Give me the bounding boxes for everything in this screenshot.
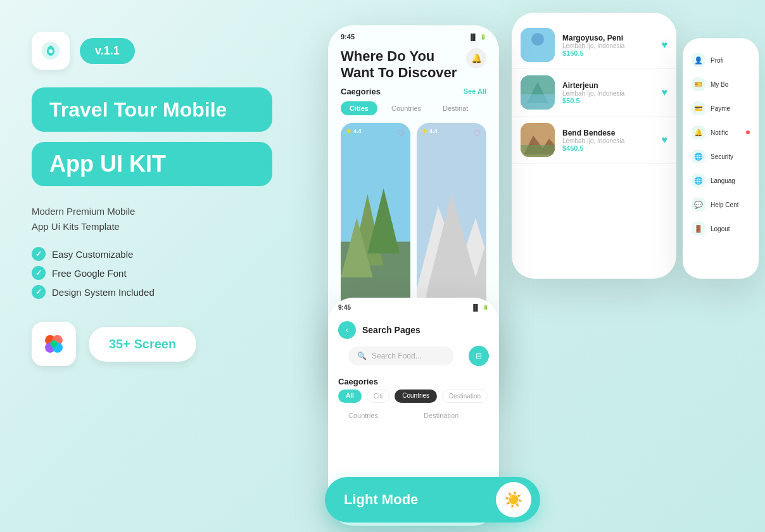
categories-row: Caegories See All	[328, 84, 499, 99]
card-2-rating: ★ 4.4	[422, 128, 438, 135]
dest-price-1: $150.5	[562, 49, 654, 57]
sidebar-item-security[interactable]: 🌐 Security	[683, 144, 759, 168]
search-time: 9:45	[338, 304, 351, 311]
card-2-heart[interactable]: ♡	[473, 128, 481, 138]
dest-name-3: Bend Bendese	[562, 129, 654, 137]
dest-item-1[interactable]: Margoyuso, Peni Lembah Ijo, Indonesia $1…	[512, 22, 676, 69]
sidebar-item-profile[interactable]: 👤 Profi	[683, 48, 759, 72]
bottom-row: 35+ Screen	[32, 322, 272, 366]
main-statusbar: 9:45 ▐▌ 🔋	[328, 25, 499, 43]
sidebar-label-notification: Notific	[711, 129, 728, 136]
notification-menu-icon: 🔔	[692, 125, 705, 139]
sidebar-item-language[interactable]: 🌐 Languag	[683, 168, 759, 193]
dest-loc-3: Lembah Ijo, Indonesia	[562, 137, 654, 144]
svg-point-6	[50, 341, 58, 348]
sidebar-label-logout: Logout	[711, 225, 730, 232]
sidebar-item-logout[interactable]: 🚪 Logout	[683, 217, 759, 241]
booking-icon: 🎫	[692, 77, 705, 91]
dest-item-2[interactable]: Airterjeun Lembah Ijo, Indonesia $50.5 ♥	[512, 69, 676, 117]
svg-rect-21	[521, 94, 555, 110]
features-list: Easy Customizable Free Google Font Desig…	[32, 247, 272, 299]
sidebar-item-notification[interactable]: 🔔 Notific	[683, 120, 759, 144]
card-1-heart[interactable]: ♡	[397, 128, 405, 138]
search-placeholder: Search Food...	[372, 352, 422, 360]
sidebar-menu: 👤 Profi 🎫 My Bo 💳 Payme 🔔 Notific 🌐 Secu…	[683, 38, 759, 279]
destination-label: Destination	[414, 412, 469, 419]
sidebar-item-payment[interactable]: 💳 Payme	[683, 96, 759, 120]
left-panel: v.1.1 Travel Tour Mobile App UI KIT Mode…	[32, 32, 272, 366]
search-tab-cities[interactable]: Citi	[367, 390, 389, 403]
sidebar-item-booking[interactable]: 🎫 My Bo	[683, 72, 759, 96]
dest-info-2: Airterjeun Lembah Ijo, Indonesia $50.5	[562, 81, 654, 104]
main-heading-2: Want To Discover	[341, 65, 457, 81]
light-mode-toggle[interactable]: ☀️	[496, 482, 531, 517]
dest-loc-1: Lembah Ijo, Indonesia	[562, 42, 654, 49]
search-category-tabs: All Citi Countries Destination	[328, 390, 499, 408]
version-badge: v.1.1	[80, 38, 135, 64]
phone-main-header: Where Do You Want To Discover 🔔	[328, 43, 499, 84]
check-icon-2	[32, 266, 46, 280]
search-tab-all[interactable]: All	[338, 390, 362, 403]
category-tabs: Cities Countries Destinat	[328, 99, 499, 118]
main-time: 9:45	[341, 33, 355, 41]
sidebar-item-help[interactable]: 💬 Help Cent	[683, 193, 759, 217]
sidebar-label-help: Help Cent	[711, 201, 738, 208]
light-mode-label: Light Mode	[344, 491, 418, 508]
card-1-rating: ★ 4.4	[346, 128, 362, 135]
search-bottom-cats: Countries Destination	[328, 408, 499, 421]
light-mode-bar[interactable]: Light Mode ☀️	[325, 477, 540, 522]
app-subtitle: App UI KIT	[49, 151, 255, 177]
dest-heart-2[interactable]: ♥	[662, 87, 668, 98]
sidebar-label-booking: My Bo	[711, 81, 728, 88]
tab-cities[interactable]: Cities	[341, 101, 377, 115]
sidebar-label-profile: Profi	[711, 57, 724, 64]
phones-container: 9:45 ▐▌ 🔋 Where Do You Want To Discover …	[271, 0, 765, 532]
dest-info-1: Margoyuso, Peni Lembah Ijo, Indonesia $1…	[562, 34, 654, 57]
svg-point-1	[49, 49, 53, 53]
dest-heart-1[interactable]: ♥	[662, 39, 668, 51]
notification-icon[interactable]: 🔔	[466, 48, 486, 68]
dest-info-3: Bend Bendese Lembah Ijo, Indonesia $450.…	[562, 129, 654, 152]
search-categories-label: Caegories	[338, 377, 378, 386]
svg-rect-24	[521, 145, 555, 157]
check-icon-1	[32, 247, 46, 261]
sidebar-label-security: Security	[711, 153, 733, 160]
phone-right: Margoyuso, Peni Lembah Ijo, Indonesia $1…	[512, 13, 676, 279]
logo-icon	[32, 32, 70, 70]
back-button[interactable]: ‹	[338, 321, 356, 339]
search-bar[interactable]: 🔍 Search Food...	[348, 346, 453, 365]
logo-version-row: v.1.1	[32, 32, 272, 70]
search-icon: 🔍	[357, 352, 367, 360]
title-block: Travel Tour Mobile	[32, 87, 272, 132]
search-categories-row: Caegories	[328, 373, 499, 390]
search-page-title: Search Pages	[362, 325, 420, 335]
dest-price-3: $450.5	[562, 144, 654, 152]
tab-countries[interactable]: Countries	[384, 101, 429, 115]
dest-item-3[interactable]: Bend Bendese Lembah Ijo, Indonesia $450.…	[512, 117, 676, 164]
search-tab-countries[interactable]: Countries	[395, 390, 437, 403]
dest-heart-3[interactable]: ♥	[662, 134, 668, 146]
filter-button[interactable]: ⊟	[469, 346, 489, 366]
app-title: Travel Tour Mobile	[49, 98, 255, 122]
sidebar-label-payment: Payme	[711, 105, 730, 112]
figma-icon	[32, 322, 76, 366]
see-all-link[interactable]: See All	[464, 87, 486, 95]
profile-icon: 👤	[692, 53, 705, 67]
search-tab-dest[interactable]: Destination	[442, 390, 488, 403]
dest-loc-2: Lembah Ijo, Indonesia	[562, 90, 654, 97]
dest-name-1: Margoyuso, Peni	[562, 34, 654, 42]
logout-icon: 🚪	[692, 222, 705, 236]
check-icon-3	[32, 285, 46, 299]
tab-destinations[interactable]: Destinat	[435, 101, 476, 115]
dest-name-2: Airterjeun	[562, 81, 654, 90]
dest-thumb-2	[521, 75, 555, 110]
payment-icon: 💳	[692, 101, 705, 115]
feature-1: Easy Customizable	[32, 247, 272, 261]
security-icon: 🌐	[692, 149, 705, 163]
subtitle-block: App UI KIT	[32, 142, 272, 186]
language-icon: 🌐	[692, 174, 705, 187]
dest-price-2: $50.5	[562, 97, 654, 104]
categories-label: Caegories	[341, 87, 381, 96]
screens-badge: 35+ Screen	[89, 327, 196, 362]
dest-thumb-3	[521, 123, 555, 157]
